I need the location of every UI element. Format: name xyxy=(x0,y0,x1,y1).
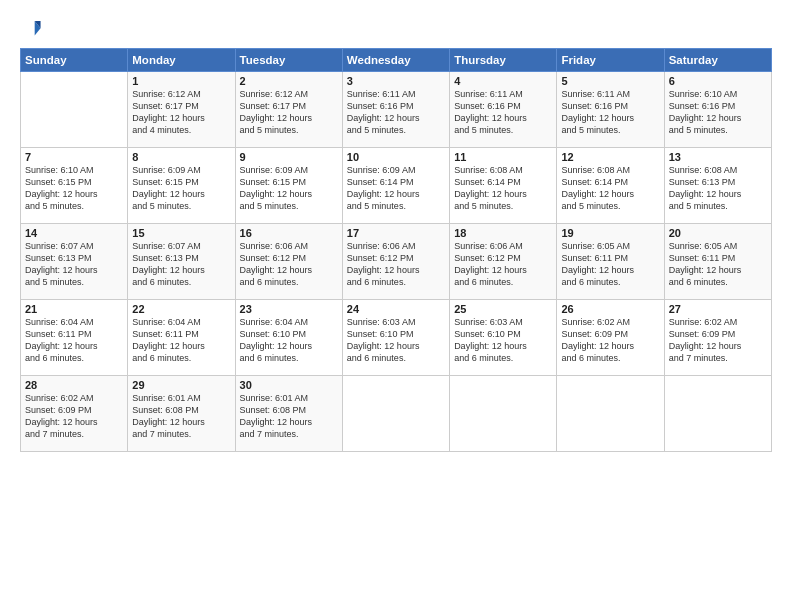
day-number: 21 xyxy=(25,303,123,315)
calendar-cell: 28Sunrise: 6:02 AMSunset: 6:09 PMDayligh… xyxy=(21,376,128,452)
calendar-cell: 27Sunrise: 6:02 AMSunset: 6:09 PMDayligh… xyxy=(664,300,771,376)
calendar-cell xyxy=(557,376,664,452)
day-info: Sunrise: 6:12 AMSunset: 6:17 PMDaylight:… xyxy=(132,88,230,137)
day-info: Sunrise: 6:04 AMSunset: 6:11 PMDaylight:… xyxy=(25,316,123,365)
day-info: Sunrise: 6:11 AMSunset: 6:16 PMDaylight:… xyxy=(347,88,445,137)
calendar-week-row: 21Sunrise: 6:04 AMSunset: 6:11 PMDayligh… xyxy=(21,300,772,376)
calendar-cell xyxy=(342,376,449,452)
day-number: 28 xyxy=(25,379,123,391)
calendar-cell: 23Sunrise: 6:04 AMSunset: 6:10 PMDayligh… xyxy=(235,300,342,376)
day-info: Sunrise: 6:02 AMSunset: 6:09 PMDaylight:… xyxy=(669,316,767,365)
day-info: Sunrise: 6:02 AMSunset: 6:09 PMDaylight:… xyxy=(25,392,123,441)
day-info: Sunrise: 6:05 AMSunset: 6:11 PMDaylight:… xyxy=(561,240,659,289)
calendar-cell: 21Sunrise: 6:04 AMSunset: 6:11 PMDayligh… xyxy=(21,300,128,376)
day-info: Sunrise: 6:01 AMSunset: 6:08 PMDaylight:… xyxy=(132,392,230,441)
day-number: 15 xyxy=(132,227,230,239)
day-info: Sunrise: 6:01 AMSunset: 6:08 PMDaylight:… xyxy=(240,392,338,441)
day-info: Sunrise: 6:03 AMSunset: 6:10 PMDaylight:… xyxy=(347,316,445,365)
calendar-cell: 7Sunrise: 6:10 AMSunset: 6:15 PMDaylight… xyxy=(21,148,128,224)
logo xyxy=(20,18,46,40)
header xyxy=(20,18,772,40)
page: SundayMondayTuesdayWednesdayThursdayFrid… xyxy=(0,0,792,612)
day-number: 30 xyxy=(240,379,338,391)
day-number: 10 xyxy=(347,151,445,163)
calendar-cell: 19Sunrise: 6:05 AMSunset: 6:11 PMDayligh… xyxy=(557,224,664,300)
day-number: 7 xyxy=(25,151,123,163)
calendar-cell: 11Sunrise: 6:08 AMSunset: 6:14 PMDayligh… xyxy=(450,148,557,224)
calendar-table: SundayMondayTuesdayWednesdayThursdayFrid… xyxy=(20,48,772,452)
day-number: 26 xyxy=(561,303,659,315)
calendar-cell: 15Sunrise: 6:07 AMSunset: 6:13 PMDayligh… xyxy=(128,224,235,300)
day-number: 24 xyxy=(347,303,445,315)
calendar-cell: 30Sunrise: 6:01 AMSunset: 6:08 PMDayligh… xyxy=(235,376,342,452)
day-number: 6 xyxy=(669,75,767,87)
weekday-header-cell: Thursday xyxy=(450,49,557,72)
weekday-header-cell: Tuesday xyxy=(235,49,342,72)
calendar-cell: 8Sunrise: 6:09 AMSunset: 6:15 PMDaylight… xyxy=(128,148,235,224)
calendar-cell: 20Sunrise: 6:05 AMSunset: 6:11 PMDayligh… xyxy=(664,224,771,300)
weekday-header-cell: Wednesday xyxy=(342,49,449,72)
day-number: 4 xyxy=(454,75,552,87)
calendar-cell: 18Sunrise: 6:06 AMSunset: 6:12 PMDayligh… xyxy=(450,224,557,300)
day-number: 22 xyxy=(132,303,230,315)
calendar-cell: 17Sunrise: 6:06 AMSunset: 6:12 PMDayligh… xyxy=(342,224,449,300)
calendar-cell: 29Sunrise: 6:01 AMSunset: 6:08 PMDayligh… xyxy=(128,376,235,452)
calendar-week-row: 1Sunrise: 6:12 AMSunset: 6:17 PMDaylight… xyxy=(21,72,772,148)
calendar-cell: 16Sunrise: 6:06 AMSunset: 6:12 PMDayligh… xyxy=(235,224,342,300)
weekday-header-row: SundayMondayTuesdayWednesdayThursdayFrid… xyxy=(21,49,772,72)
day-number: 25 xyxy=(454,303,552,315)
day-number: 8 xyxy=(132,151,230,163)
day-number: 1 xyxy=(132,75,230,87)
calendar-cell: 13Sunrise: 6:08 AMSunset: 6:13 PMDayligh… xyxy=(664,148,771,224)
day-info: Sunrise: 6:05 AMSunset: 6:11 PMDaylight:… xyxy=(669,240,767,289)
day-info: Sunrise: 6:06 AMSunset: 6:12 PMDaylight:… xyxy=(454,240,552,289)
day-info: Sunrise: 6:08 AMSunset: 6:14 PMDaylight:… xyxy=(561,164,659,213)
day-number: 14 xyxy=(25,227,123,239)
calendar-cell: 3Sunrise: 6:11 AMSunset: 6:16 PMDaylight… xyxy=(342,72,449,148)
day-info: Sunrise: 6:08 AMSunset: 6:14 PMDaylight:… xyxy=(454,164,552,213)
day-info: Sunrise: 6:08 AMSunset: 6:13 PMDaylight:… xyxy=(669,164,767,213)
day-info: Sunrise: 6:07 AMSunset: 6:13 PMDaylight:… xyxy=(25,240,123,289)
calendar-cell: 2Sunrise: 6:12 AMSunset: 6:17 PMDaylight… xyxy=(235,72,342,148)
calendar-cell: 12Sunrise: 6:08 AMSunset: 6:14 PMDayligh… xyxy=(557,148,664,224)
weekday-header-cell: Monday xyxy=(128,49,235,72)
calendar-week-row: 14Sunrise: 6:07 AMSunset: 6:13 PMDayligh… xyxy=(21,224,772,300)
day-number: 3 xyxy=(347,75,445,87)
day-info: Sunrise: 6:11 AMSunset: 6:16 PMDaylight:… xyxy=(454,88,552,137)
day-info: Sunrise: 6:11 AMSunset: 6:16 PMDaylight:… xyxy=(561,88,659,137)
calendar-week-row: 28Sunrise: 6:02 AMSunset: 6:09 PMDayligh… xyxy=(21,376,772,452)
day-number: 13 xyxy=(669,151,767,163)
weekday-header-cell: Sunday xyxy=(21,49,128,72)
day-number: 23 xyxy=(240,303,338,315)
day-info: Sunrise: 6:09 AMSunset: 6:15 PMDaylight:… xyxy=(240,164,338,213)
day-info: Sunrise: 6:07 AMSunset: 6:13 PMDaylight:… xyxy=(132,240,230,289)
day-info: Sunrise: 6:09 AMSunset: 6:15 PMDaylight:… xyxy=(132,164,230,213)
day-number: 18 xyxy=(454,227,552,239)
calendar-cell xyxy=(450,376,557,452)
day-number: 2 xyxy=(240,75,338,87)
day-info: Sunrise: 6:09 AMSunset: 6:14 PMDaylight:… xyxy=(347,164,445,213)
calendar-cell: 4Sunrise: 6:11 AMSunset: 6:16 PMDaylight… xyxy=(450,72,557,148)
weekday-header-cell: Saturday xyxy=(664,49,771,72)
day-number: 29 xyxy=(132,379,230,391)
day-number: 11 xyxy=(454,151,552,163)
calendar-cell: 10Sunrise: 6:09 AMSunset: 6:14 PMDayligh… xyxy=(342,148,449,224)
logo-icon xyxy=(20,18,42,40)
day-info: Sunrise: 6:06 AMSunset: 6:12 PMDaylight:… xyxy=(347,240,445,289)
day-info: Sunrise: 6:12 AMSunset: 6:17 PMDaylight:… xyxy=(240,88,338,137)
calendar-cell: 14Sunrise: 6:07 AMSunset: 6:13 PMDayligh… xyxy=(21,224,128,300)
day-number: 17 xyxy=(347,227,445,239)
day-info: Sunrise: 6:04 AMSunset: 6:10 PMDaylight:… xyxy=(240,316,338,365)
calendar-cell: 5Sunrise: 6:11 AMSunset: 6:16 PMDaylight… xyxy=(557,72,664,148)
day-info: Sunrise: 6:02 AMSunset: 6:09 PMDaylight:… xyxy=(561,316,659,365)
calendar-cell: 24Sunrise: 6:03 AMSunset: 6:10 PMDayligh… xyxy=(342,300,449,376)
day-info: Sunrise: 6:06 AMSunset: 6:12 PMDaylight:… xyxy=(240,240,338,289)
day-number: 5 xyxy=(561,75,659,87)
day-number: 19 xyxy=(561,227,659,239)
day-number: 12 xyxy=(561,151,659,163)
calendar-cell xyxy=(21,72,128,148)
calendar-cell: 9Sunrise: 6:09 AMSunset: 6:15 PMDaylight… xyxy=(235,148,342,224)
day-number: 9 xyxy=(240,151,338,163)
day-number: 20 xyxy=(669,227,767,239)
calendar-cell: 6Sunrise: 6:10 AMSunset: 6:16 PMDaylight… xyxy=(664,72,771,148)
